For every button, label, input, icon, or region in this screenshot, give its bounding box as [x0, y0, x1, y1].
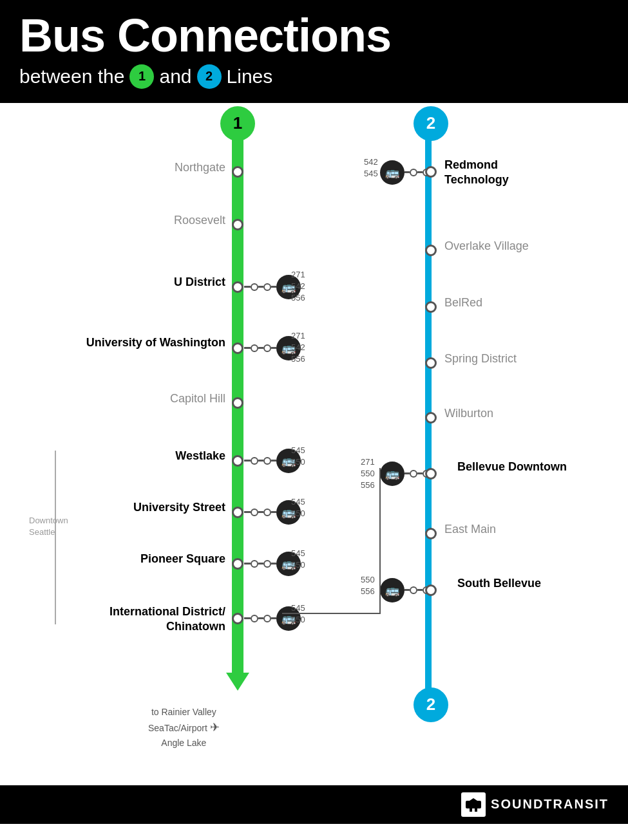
line2-label-overlake: Overlake Village — [444, 239, 529, 253]
svg-marker-1 — [470, 798, 477, 801]
subtitle-before: between the — [19, 66, 124, 88]
line1-label-intldistrict: International District/Chinatown — [52, 604, 225, 635]
line1-station-dot-northgate — [232, 166, 243, 178]
line1-station-dot-intldistrict — [232, 613, 243, 624]
line2-badge-top: 2 — [414, 106, 448, 141]
line2-label-redmond: RedmondTechnology — [444, 158, 509, 188]
soundtransit-icon — [461, 792, 486, 817]
header-subtitle: between the 1 and 2 Lines — [19, 64, 609, 89]
line2-label-springdistrict: Spring District — [444, 352, 517, 366]
line2-station-dot-bellevue — [425, 468, 437, 480]
plane-icon: ✈ — [210, 721, 220, 734]
subtitle-and: and — [159, 66, 191, 88]
footer-note-line2: SeaTac/Airport — [148, 723, 207, 733]
footer-note: to Rainier Valley SeaTac/Airport ✈ Angle… — [148, 705, 220, 750]
line1-station-dot-westlake — [232, 455, 243, 467]
line2-station-dot-southbellevue — [425, 584, 437, 596]
line2-station-dot-wilburton — [425, 412, 437, 424]
line1-label-roosevelt: Roosevelt — [97, 214, 225, 227]
soundtransit-name: SoundTransit — [491, 797, 609, 812]
line1-badge-top: 1 — [220, 106, 255, 141]
bus-numbers-pioneersq: 545550 — [291, 548, 305, 571]
line2-station-dot-belred — [425, 301, 437, 313]
subtitle-lines: Lines — [227, 66, 273, 88]
line2-station-dot-overlake — [425, 245, 437, 256]
bus-numbers-udistrict: 271542556 — [291, 269, 305, 304]
header: Bus Connections between the 1 and 2 Line… — [0, 0, 628, 103]
bus-numbers-uw: 271542556 — [291, 330, 305, 366]
line1-label-udistrict: U District — [84, 275, 225, 289]
line1-station-dot-capitolhill — [232, 397, 243, 409]
soundtransit-logo: SoundTransit — [461, 792, 609, 817]
footer: SoundTransit — [0, 785, 628, 824]
line2-badge-bottom: 2 — [414, 687, 448, 722]
page-title: Bus Connections — [19, 12, 609, 61]
svg-rect-0 — [466, 801, 481, 808]
line2-station-dot-eastmain — [425, 528, 437, 539]
diagram: 1 2 2 Northgate Roosevelt U District 🚌 2… — [19, 122, 609, 753]
line1-station-dot-univst — [232, 507, 243, 518]
line1-arrow — [226, 673, 249, 691]
downtown-label: DowntownSeattle — [29, 515, 68, 538]
line2-label-southbellevue: South Bellevue — [457, 577, 541, 590]
line2-station-dot-redmond — [425, 166, 437, 178]
line2-label-bellevue: Bellevue Downtown — [457, 460, 567, 474]
bus-numbers-southbellevue: 550556 — [361, 574, 375, 597]
bus-icon-bellevue: 🚌 — [380, 462, 404, 486]
line2-station-dot-springdistrict — [425, 357, 437, 369]
line1-label-capitolhill: Capitol Hill — [84, 392, 225, 406]
bus-numbers-intldistrict: 545550 — [291, 602, 305, 626]
line1-label-westlake: Westlake — [84, 449, 225, 463]
connector-bottom-h — [282, 613, 380, 614]
line1-label-uw: University of Washington — [39, 336, 225, 350]
connector-right-v — [379, 468, 381, 614]
bus-numbers-bellevue: 271550556 — [361, 456, 375, 492]
line1-label-univst: University Street — [64, 501, 225, 514]
line1-label-pioneersq: Pioneer Square — [64, 552, 225, 566]
bus-icon-southbellevue: 🚌 — [380, 578, 404, 602]
line2-label-belred: BelRed — [444, 296, 482, 310]
footer-note-line1: to Rainier Valley — [151, 707, 216, 717]
bus-numbers-westlake: 545550 — [291, 445, 305, 468]
bus-icon-redmond: 🚌 — [380, 160, 404, 185]
line2-label-wilburton: Wilburton — [444, 407, 493, 420]
line1-station-dot-udistrict — [232, 281, 243, 293]
bus-numbers-redmond: 542545 — [364, 156, 378, 180]
st-svg-icon — [464, 796, 482, 814]
svg-rect-3 — [475, 808, 477, 812]
line1-station-dot-uw — [232, 342, 243, 354]
svg-rect-2 — [470, 808, 472, 812]
line1-label-northgate: Northgate — [97, 161, 225, 174]
line1-badge-header: 1 — [129, 64, 154, 89]
line2-label-eastmain: East Main — [444, 523, 496, 536]
footer-note-line3: Angle Lake — [161, 738, 206, 748]
bus-numbers-univst: 545550 — [291, 496, 305, 519]
main-content: 1 2 2 Northgate Roosevelt U District 🚌 2… — [0, 103, 628, 785]
line1-station-dot-pioneersq — [232, 558, 243, 570]
line1-station-dot-roosevelt — [232, 219, 243, 230]
line2-badge-header: 2 — [197, 64, 222, 89]
